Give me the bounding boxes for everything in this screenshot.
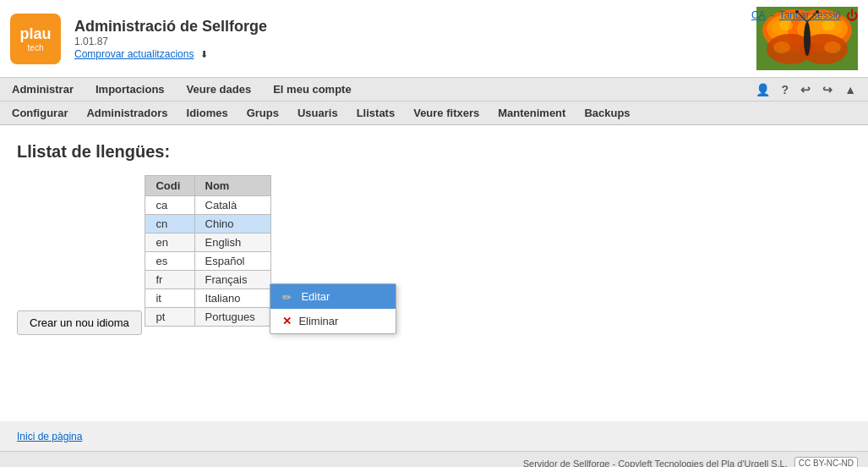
person-icon[interactable]: 👤 xyxy=(752,81,773,98)
context-menu-delete[interactable]: Eliminar xyxy=(270,309,396,333)
check-updates-link-area: Comprovar actualitzacions ⬇ xyxy=(74,47,756,60)
nav-idiomes[interactable]: Idiomes xyxy=(183,105,232,121)
help-icon[interactable]: ? xyxy=(778,81,793,98)
table-row[interactable]: frFrançais xyxy=(145,271,271,289)
logout-link[interactable]: Tancar sessió xyxy=(779,9,841,21)
cell-name: Català xyxy=(194,196,271,215)
col-header-codi: Codi xyxy=(145,176,194,196)
nav-veure-fitxers[interactable]: Veure fitxers xyxy=(410,105,483,121)
logo-text-tech: tech xyxy=(28,43,44,52)
table-row[interactable]: ptPortugues xyxy=(145,308,271,327)
header-actions: CA - Tancar sessió ⏻ xyxy=(751,8,858,22)
lang-switch-link[interactable]: CA xyxy=(751,9,766,21)
logo-text-plau: plau xyxy=(19,25,51,43)
table-row[interactable]: enEnglish xyxy=(145,234,271,252)
nav-backups[interactable]: Backups xyxy=(581,105,633,121)
navbar-top: Administrar Importacions Veure dades El … xyxy=(0,78,868,102)
delete-icon xyxy=(282,315,292,327)
nav-configurar[interactable]: Configurar xyxy=(8,105,71,121)
nav-manteniment[interactable]: Manteniment xyxy=(494,105,569,121)
nav-usuaris[interactable]: Usuaris xyxy=(294,105,341,121)
col-header-nom: Nom xyxy=(194,176,271,196)
app-version: 1.01.87 xyxy=(74,36,756,47)
footer-link-area: Inici de pàgina xyxy=(0,421,868,451)
context-menu-edit[interactable]: Editar xyxy=(270,284,396,309)
footer-text: Servidor de Sellforge - Copyleft Tecnolo… xyxy=(523,459,788,468)
cell-name: Italiano xyxy=(194,289,271,308)
cell-code: es xyxy=(145,252,194,271)
cell-name: English xyxy=(194,234,271,252)
nav-grups[interactable]: Grups xyxy=(243,105,282,121)
separator: - xyxy=(771,9,774,21)
nav-veure-dades[interactable]: Veure dades xyxy=(183,81,255,97)
check-updates-link[interactable]: Comprovar actualitzacions xyxy=(74,48,194,60)
top-of-page-link[interactable]: Inici de pàgina xyxy=(17,431,82,442)
table-row[interactable]: cnChino xyxy=(145,215,271,234)
header-title-area: Administració de Sellforge 1.01.87 Compr… xyxy=(74,18,756,60)
nav-el-meu-compte[interactable]: El meu compte xyxy=(270,81,354,97)
cell-name: Portugues xyxy=(194,308,271,327)
navbar: Administrar Importacions Veure dades El … xyxy=(0,78,868,125)
page-title: Llistat de llengües: xyxy=(17,142,851,162)
edit-icon xyxy=(282,291,294,303)
context-delete-label: Eliminar xyxy=(298,315,338,327)
cell-name: Français xyxy=(194,271,271,289)
nav-administrar[interactable]: Administrar xyxy=(8,81,77,97)
nav-importacions[interactable]: Importacions xyxy=(92,81,168,97)
table-container: Codi Nom caCatalàcnChinoenEnglishesEspañ… xyxy=(145,175,271,327)
footer-bar: Servidor de Sellforge - Copyleft Tecnolo… xyxy=(0,451,868,467)
table-row[interactable]: caCatalà xyxy=(145,196,271,215)
cell-code: ca xyxy=(145,196,194,215)
cell-code: pt xyxy=(145,308,194,327)
cell-name: Español xyxy=(194,252,271,271)
language-table: Codi Nom caCatalàcnChinoenEnglishesEspañ… xyxy=(145,175,271,327)
back-icon[interactable]: ↩ xyxy=(797,81,814,98)
cell-code: fr xyxy=(145,271,194,289)
table-row[interactable]: itItaliano xyxy=(145,289,271,308)
forward-icon[interactable]: ↪ xyxy=(819,81,836,98)
app-name: Administració de Sellforge xyxy=(74,18,756,36)
context-menu: Editar Eliminar xyxy=(270,283,396,334)
create-language-button[interactable]: Crear un nou idioma xyxy=(17,310,142,335)
nav-administradors[interactable]: Administradors xyxy=(83,105,171,121)
cell-code: it xyxy=(145,289,194,308)
power-icon[interactable]: ⏻ xyxy=(846,8,858,22)
app-header: plau tech Administració de Sellforge 1.0… xyxy=(0,0,868,78)
download-icon: ⬇ xyxy=(200,49,208,59)
svg-point-17 xyxy=(824,41,841,53)
svg-point-16 xyxy=(773,41,790,53)
cc-badge: CC BY-NC-ND xyxy=(794,457,858,467)
app-logo: plau tech xyxy=(10,14,61,64)
nav-llistats[interactable]: Llistats xyxy=(353,105,399,121)
context-edit-label: Editar xyxy=(301,290,330,303)
table-row[interactable]: esEspañol xyxy=(145,252,271,271)
cell-code: en xyxy=(145,234,194,252)
main-content: Llistat de llengües: Crear un nou idioma… xyxy=(0,125,868,421)
expand-icon[interactable]: ▲ xyxy=(841,81,860,98)
navbar-bottom: Configurar Administradors Idiomes Grups … xyxy=(0,102,868,124)
cell-name: Chino xyxy=(194,215,271,234)
cell-code: cn xyxy=(145,215,194,234)
navbar-top-icons: 👤 ? ↩ ↪ ▲ xyxy=(752,81,860,98)
svg-point-9 xyxy=(804,22,811,56)
